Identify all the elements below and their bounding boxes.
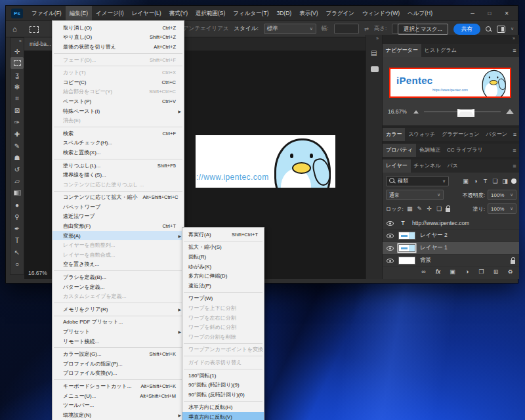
menu-item[interactable]: 90°回転 (時計回り)(9)	[182, 380, 264, 390]
tab[interactable]: パス	[444, 159, 461, 173]
move-tool[interactable]: ✛	[10, 45, 24, 57]
ellipse-tool[interactable]: ○	[10, 258, 24, 270]
link-layers-icon[interactable]: ∞	[420, 268, 427, 275]
menu-item[interactable]: やり直し(O)Shift+Ctrl+Z	[52, 33, 184, 43]
menu-item[interactable]: 垂直方向に反転(V)	[182, 412, 264, 420]
menu-item[interactable]: プロファイル変換(V)...	[52, 369, 184, 379]
menu-item[interactable]: 180°回転(1)	[182, 371, 264, 381]
menubar-item[interactable]: 編集(E)	[66, 6, 92, 20]
menu-item[interactable]: 回転(R)	[182, 252, 264, 262]
clone-stamp-tool[interactable]: ☗	[10, 152, 24, 163]
panel-menu-icon[interactable]: ≡	[511, 131, 519, 138]
menu-item[interactable]: ワープ(W)	[182, 294, 264, 304]
type-filter-icon[interactable]: T	[482, 178, 489, 184]
menubar-item[interactable]: 3D(D)	[272, 6, 295, 20]
pen-tool[interactable]: ✒	[10, 222, 24, 234]
navigator-view-box[interactable]: iPentec https://www.ipentec.com	[389, 68, 511, 98]
menu-item[interactable]: 90°回転 (反時計回り)(0)	[182, 390, 264, 400]
layer-row[interactable]: レイヤー 1	[383, 242, 519, 255]
chevron-down-icon[interactable]: ∨	[511, 26, 514, 32]
zoom-level-status[interactable]: 16.67%	[28, 270, 47, 276]
lock-artboard-icon[interactable]: ❏	[436, 205, 443, 212]
layer-row[interactable]: Thttp://www.ipentec.com	[383, 217, 519, 230]
history-brush-tool[interactable]: ↺	[10, 163, 24, 175]
menubar-item[interactable]: 選択範囲(S)	[192, 6, 229, 20]
menu-item[interactable]: 多方向に伸縮(D)	[182, 271, 264, 281]
lock-transparent-pixels-icon[interactable]: ▦	[406, 205, 413, 212]
menu-item[interactable]: Adobe PDF プリセット...	[52, 318, 184, 327]
menubar-item[interactable]: ファイル(F)	[28, 6, 66, 20]
tab[interactable]: グラデーション	[438, 128, 482, 141]
eyedropper-tool[interactable]: ✑	[10, 116, 24, 128]
brush-tool[interactable]: ✎	[10, 140, 24, 152]
new-layer-icon[interactable]: ⊞	[492, 268, 499, 275]
tab[interactable]: 色調補正	[416, 144, 444, 157]
menu-item[interactable]: 最後の状態を切り替えAlt+Ctrl+Z	[52, 42, 184, 52]
menu-item[interactable]: キーボードショートカット...Alt+Shift+Ctrl+K	[52, 381, 184, 391]
new-group-icon[interactable]: ❐	[478, 268, 485, 275]
menu-item[interactable]: コンテンツに応じて拡大・縮小Alt+Shift+Ctrl+C	[52, 193, 184, 203]
zoom-out-icon[interactable]	[413, 110, 419, 114]
menu-item[interactable]: リモート接続...	[52, 337, 184, 346]
layer-mask-icon[interactable]: ▣	[449, 268, 456, 275]
layer-effects-icon[interactable]: fx	[434, 268, 442, 275]
menubar-item[interactable]: プラグイン	[322, 6, 358, 20]
menu-item[interactable]: 検索と置換(X)...	[52, 148, 184, 158]
menu-item[interactable]: 塗りつぶし(L)...Shift+F5	[52, 161, 184, 171]
history-panel-icon[interactable]: ▤	[371, 49, 377, 56]
toolbar-collapse-icon[interactable]: »	[19, 38, 24, 45]
opacity-dropdown[interactable]: 100% ∨	[488, 190, 516, 200]
menu-item[interactable]: 自由変形(F)Ctrl+T	[52, 221, 184, 231]
select-and-mask-button[interactable]: 選択とマスク...	[398, 24, 448, 35]
close-button[interactable]: ✕	[498, 10, 515, 16]
fill-dropdown[interactable]: 100% ∨	[488, 203, 516, 214]
menubar-item[interactable]: ウィンドウ(W)	[358, 6, 404, 20]
layer-filter-dropdown[interactable]: 種類 ∨	[386, 176, 449, 186]
panel-menu-icon[interactable]: ≡	[510, 47, 519, 54]
menu-item[interactable]: プリセット▶	[52, 327, 184, 337]
layer-row[interactable]: 背景	[383, 255, 519, 267]
style-dropdown[interactable]: 標準 ∨	[264, 24, 316, 34]
maximize-button[interactable]: □	[481, 10, 498, 16]
menu-item[interactable]: 取り消し(O)Ctrl+Z	[52, 23, 184, 33]
zoom-slider[interactable]	[424, 112, 501, 112]
swap-dimensions-icon[interactable]: ⇄	[364, 26, 369, 32]
tab[interactable]: チャンネル	[411, 159, 444, 173]
menu-item[interactable]: メモリをクリア(R)▶	[52, 304, 184, 314]
dodge-tool[interactable]: ⚲	[10, 211, 24, 222]
menu-item[interactable]: 境界線を描く(S)...	[52, 170, 184, 180]
image-filter-icon[interactable]: ▣	[462, 178, 469, 184]
menu-item[interactable]: 変形(A)▶	[52, 231, 184, 241]
visibility-eye-icon[interactable]	[387, 234, 394, 238]
menu-item[interactable]: 遠近法(P)	[182, 281, 264, 291]
menubar-item[interactable]: 表示(V)	[295, 6, 322, 20]
tab[interactable]: プロパティ	[383, 144, 416, 157]
rectangular-marquee-tool[interactable]	[10, 57, 24, 69]
menu-item[interactable]: 特殊ペースト(I)▶	[52, 106, 184, 116]
blur-tool[interactable]: ●	[10, 199, 24, 211]
tab[interactable]: パターン	[482, 128, 511, 141]
menubar-item[interactable]: ヘルプ(H)	[404, 6, 436, 20]
menu-item[interactable]: プロファイルの指定(P)...	[52, 359, 184, 369]
blend-mode-dropdown[interactable]: 通常 ∨	[386, 190, 444, 200]
layer-row[interactable]: レイヤー 2	[383, 230, 519, 242]
menu-item[interactable]: 水平方向に反転(H)	[182, 403, 264, 413]
menu-item[interactable]: パペットワープ	[52, 202, 184, 212]
gradient-tool[interactable]	[10, 187, 24, 199]
smart-object-filter-icon[interactable]: ◨	[501, 178, 509, 184]
dock-collapse-icon[interactable]: »	[513, 36, 515, 41]
menubar-item[interactable]: 書式(Y)	[165, 6, 192, 20]
home-icon[interactable]: ⌂	[12, 25, 17, 33]
visibility-eye-icon[interactable]	[387, 221, 394, 226]
menu-item[interactable]: コピー(C)Ctrl+C	[52, 77, 184, 87]
panel-menu-icon[interactable]: ≡	[510, 147, 519, 154]
delete-layer-icon[interactable]: ♻	[507, 268, 514, 275]
menu-item[interactable]: 再実行(A)Shift+Ctrl+T	[182, 230, 264, 240]
minimize-button[interactable]: ─	[464, 10, 481, 16]
lock-position-icon[interactable]: ✛	[426, 205, 433, 212]
share-button[interactable]: 共有	[453, 24, 480, 35]
magic-wand-tool[interactable]: ✻	[10, 81, 24, 93]
panel-menu-icon[interactable]: ≡	[510, 163, 519, 169]
menu-item[interactable]: メニュー(U)...Alt+Shift+Ctrl+M	[52, 391, 184, 401]
lock-all-icon[interactable]	[446, 208, 450, 212]
